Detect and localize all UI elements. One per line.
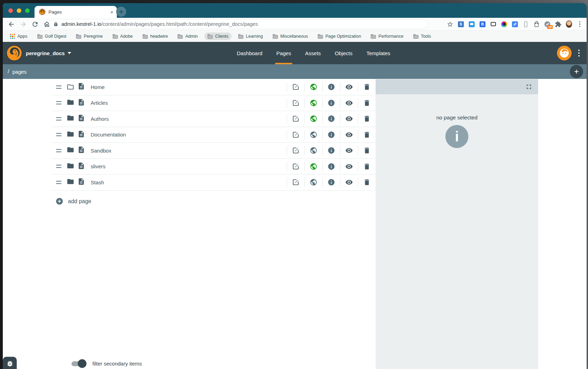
page-name[interactable]: slivers: [91, 163, 287, 169]
preview-button[interactable]: [340, 95, 358, 111]
add-button[interactable]: +: [570, 65, 583, 78]
bookmark-folder[interactable]: Peregrine: [73, 32, 106, 40]
edit-button[interactable]: [287, 159, 304, 175]
close-window-button[interactable]: [8, 8, 13, 13]
extension-b-icon[interactable]: B: [479, 21, 486, 28]
breadcrumb-current[interactable]: pages: [12, 69, 27, 75]
drag-handle-icon[interactable]: [56, 181, 61, 184]
extension-share-arrow-icon[interactable]: ⇗: [512, 21, 518, 28]
browser-tab[interactable]: Pages ×: [35, 6, 117, 18]
drag-handle-icon[interactable]: [56, 117, 61, 120]
add-page-button[interactable]: add page: [55, 197, 91, 205]
bookmark-folder[interactable]: Admin: [174, 32, 201, 40]
delete-button[interactable]: [358, 159, 376, 175]
page-name[interactable]: Stash: [91, 179, 287, 185]
delete-button[interactable]: [358, 175, 376, 190]
extension-capture-frame-icon[interactable]: [490, 21, 497, 28]
forward-button[interactable]: [20, 21, 27, 28]
extensions-puzzle-icon[interactable]: [555, 21, 561, 28]
browser-menu-icon[interactable]: [576, 21, 583, 28]
edit-button[interactable]: [287, 175, 304, 190]
delete-button[interactable]: [358, 79, 376, 95]
drag-handle-icon[interactable]: [56, 133, 61, 136]
edit-button[interactable]: [287, 111, 304, 127]
site-switcher[interactable]: peregrine_docs: [26, 42, 71, 64]
reload-button[interactable]: [31, 21, 39, 28]
tab-close-icon[interactable]: ×: [110, 9, 113, 15]
drag-handle-icon[interactable]: [56, 86, 61, 89]
publish-status-button[interactable]: [305, 143, 322, 158]
info-button[interactable]: [323, 143, 340, 158]
nav-item-pages[interactable]: Pages: [275, 42, 292, 64]
info-button[interactable]: [323, 111, 340, 127]
maximize-window-button[interactable]: [25, 8, 30, 13]
delete-button[interactable]: [358, 95, 376, 111]
preview-button[interactable]: [340, 159, 358, 175]
extension-off-icon[interactable]: off: [544, 21, 551, 28]
filter-secondary-toggle[interactable]: [71, 359, 85, 368]
user-avatar[interactable]: [557, 46, 572, 60]
drag-handle-icon[interactable]: [56, 149, 61, 152]
profile-avatar[interactable]: [566, 21, 572, 28]
bookmark-folder[interactable]: Clients: [204, 32, 232, 40]
edit-button[interactable]: [287, 127, 304, 143]
edit-button[interactable]: [287, 95, 304, 111]
publish-status-button[interactable]: [305, 111, 322, 127]
nav-item-assets[interactable]: Assets: [304, 42, 322, 64]
url-path: /content/admin/pages/pages.html/path:/co…: [101, 21, 258, 27]
info-button[interactable]: [323, 79, 340, 95]
bookmark-folder[interactable]: Miscellaneous: [270, 32, 311, 40]
publish-status-button[interactable]: [305, 127, 322, 143]
fullscreen-icon[interactable]: [525, 83, 533, 90]
new-tab-button[interactable]: +: [116, 7, 126, 17]
nav-item-dashboard[interactable]: Dashboard: [236, 42, 263, 64]
bookmark-folder[interactable]: headwire: [140, 32, 171, 40]
address-bar[interactable]: admin.kestrel-1.io/content/admin/pages/p…: [49, 19, 428, 29]
debug-bug-button[interactable]: [3, 357, 17, 369]
nav-item-templates[interactable]: Templates: [365, 42, 391, 64]
info-button[interactable]: [323, 95, 340, 111]
header-menu-icon[interactable]: [575, 42, 582, 64]
publish-status-button[interactable]: [305, 95, 322, 111]
publish-status-button[interactable]: [305, 175, 322, 190]
extension-camera-icon[interactable]: [501, 21, 507, 28]
folder-icon: [67, 83, 74, 91]
publish-status-button[interactable]: [305, 79, 322, 95]
drag-handle-icon[interactable]: [56, 101, 61, 104]
bookmark-folder[interactable]: Page Optimization: [315, 32, 364, 40]
bookmark-folder[interactable]: Golf Digest: [34, 32, 70, 40]
extension-bag-icon[interactable]: [533, 21, 540, 28]
extension-mobile-icon[interactable]: [522, 21, 529, 28]
bookmark-apps[interactable]: Apps: [7, 32, 31, 40]
page-name[interactable]: Authors: [91, 116, 287, 122]
bookmark-star-icon[interactable]: [447, 21, 453, 28]
minimize-window-button[interactable]: [17, 8, 21, 13]
page-name[interactable]: Documentation: [91, 132, 287, 138]
drag-handle-icon[interactable]: [56, 165, 61, 168]
delete-button[interactable]: [358, 143, 376, 158]
bookmark-folder[interactable]: Adobe: [110, 32, 136, 40]
info-button[interactable]: [323, 127, 340, 143]
delete-button[interactable]: [358, 111, 376, 127]
page-name[interactable]: Home: [91, 84, 287, 90]
preview-button[interactable]: [340, 143, 358, 158]
delete-button[interactable]: [358, 127, 376, 143]
extension-windows-icon[interactable]: [468, 21, 475, 28]
nav-item-objects[interactable]: Objects: [334, 42, 354, 64]
info-button[interactable]: [323, 159, 340, 175]
bookmark-folder[interactable]: Performance: [368, 32, 407, 40]
edit-button[interactable]: [287, 79, 304, 95]
back-button[interactable]: [8, 21, 15, 28]
edit-button[interactable]: [287, 143, 304, 158]
info-button[interactable]: [323, 175, 340, 190]
page-name[interactable]: Articles: [91, 100, 287, 106]
bookmark-folder[interactable]: Learning: [235, 32, 266, 40]
page-name[interactable]: Sandbox: [91, 148, 287, 154]
preview-button[interactable]: [340, 175, 358, 190]
extension-s-icon[interactable]: S: [458, 21, 464, 28]
preview-button[interactable]: [340, 111, 358, 127]
bookmark-folder[interactable]: Tools: [410, 32, 434, 40]
preview-button[interactable]: [340, 127, 358, 143]
preview-button[interactable]: [340, 79, 358, 95]
publish-status-button[interactable]: [305, 159, 322, 175]
